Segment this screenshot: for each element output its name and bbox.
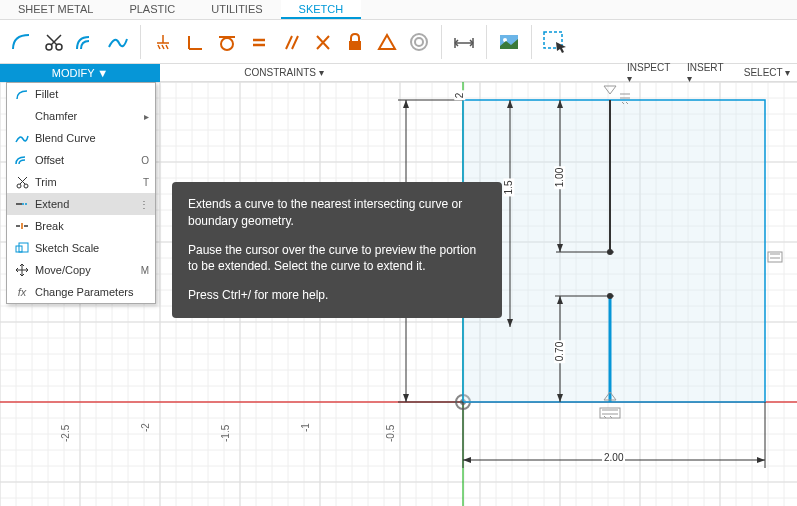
- ruler-num: -0.5: [385, 425, 396, 442]
- menu-key: O: [141, 155, 149, 166]
- svg-rect-3: [349, 41, 361, 50]
- menu-offset[interactable]: Offset O: [7, 149, 155, 171]
- tooltip-line: Pause the cursor over the curve to previ…: [188, 242, 486, 276]
- ruler-num: -2: [140, 423, 151, 432]
- lock-icon[interactable]: [341, 25, 369, 59]
- perpendicular-icon[interactable]: [181, 25, 209, 59]
- fx-icon: fx: [13, 284, 31, 300]
- menu-extend[interactable]: Extend ⋮: [7, 193, 155, 215]
- menu-key: T: [143, 177, 149, 188]
- menu-label: Sketch Scale: [35, 242, 149, 254]
- offset-menu-icon: [13, 152, 31, 168]
- tabbar: SHEET METAL PLASTIC UTILITIES SKETCH: [0, 0, 797, 20]
- menu-label: Fillet: [35, 88, 149, 100]
- break-icon: [13, 218, 31, 234]
- menu-label: Move/Copy: [35, 264, 141, 276]
- menu-fillet[interactable]: Fillet: [7, 83, 155, 105]
- blend-icon: [13, 130, 31, 146]
- chamfer-icon: [13, 108, 31, 124]
- toolbar: [0, 20, 797, 64]
- trim-icon: [13, 174, 31, 190]
- tab-utilities[interactable]: UTILITIES: [193, 0, 280, 19]
- menu-break[interactable]: Break: [7, 215, 155, 237]
- menu-move-copy[interactable]: Move/Copy M: [7, 259, 155, 281]
- modify-menu: Fillet Chamfer ▸ Blend Curve Offset O Tr…: [6, 82, 156, 304]
- arc-icon[interactable]: [8, 25, 36, 59]
- insert-icon[interactable]: [497, 28, 521, 56]
- menu-key: M: [141, 265, 149, 276]
- submenu-arrow-icon: ▸: [144, 111, 149, 122]
- offset-icon[interactable]: [72, 25, 100, 59]
- move-icon: [13, 262, 31, 278]
- menu-change-parameters[interactable]: fx Change Parameters: [7, 281, 155, 303]
- ruler-num: -1.5: [220, 425, 231, 442]
- ruler-num: -1: [300, 423, 311, 432]
- insert-dropdown[interactable]: INSERT ▾: [681, 64, 737, 81]
- tab-sketch[interactable]: SKETCH: [281, 0, 362, 19]
- dim-height-1-00: 1.00: [554, 166, 565, 189]
- inspect-icon[interactable]: [452, 28, 476, 56]
- tangent-icon[interactable]: [213, 25, 241, 59]
- menu-label: Extend: [35, 198, 139, 210]
- parallel-icon[interactable]: [277, 25, 305, 59]
- menu-label: Break: [35, 220, 149, 232]
- dim-height-1-5: 1.5: [503, 179, 514, 197]
- coincident-icon[interactable]: [309, 25, 337, 59]
- menu-sketch-scale[interactable]: Sketch Scale: [7, 237, 155, 259]
- dim-height-0-70: 0.70: [554, 340, 565, 363]
- menu-blend-curve[interactable]: Blend Curve: [7, 127, 155, 149]
- select-dropdown[interactable]: SELECT ▾: [737, 64, 797, 81]
- constraints-dropdown[interactable]: CONSTRAINTS ▾: [160, 64, 408, 81]
- menu-more-icon: ⋮: [139, 199, 149, 210]
- svg-point-127: [24, 184, 28, 188]
- ruler-num: -2.5: [60, 425, 71, 442]
- concentric-icon[interactable]: [405, 25, 433, 59]
- inspect-dropdown[interactable]: INSPECT ▾: [621, 64, 681, 81]
- svg-point-126: [17, 184, 21, 188]
- menu-label: Offset: [35, 154, 141, 166]
- tab-sheet-metal[interactable]: SHEET METAL: [0, 0, 111, 19]
- scissors-icon[interactable]: [40, 25, 68, 59]
- svg-point-4: [411, 34, 427, 50]
- svg-point-5: [415, 38, 423, 46]
- menu-trim[interactable]: Trim T: [7, 171, 155, 193]
- menu-label: Change Parameters: [35, 286, 149, 298]
- fillet-icon: [13, 86, 31, 102]
- scale-icon: [13, 240, 31, 256]
- modify-dropdown[interactable]: MODIFY ▼: [0, 64, 160, 82]
- spline-icon[interactable]: [104, 25, 132, 59]
- menu-label: Blend Curve: [35, 132, 149, 144]
- svg-point-2: [221, 38, 233, 50]
- equal-icon[interactable]: [245, 25, 273, 59]
- svg-rect-134: [19, 243, 28, 252]
- tab-plastic[interactable]: PLASTIC: [111, 0, 193, 19]
- symmetric-icon[interactable]: [373, 25, 401, 59]
- menu-label: Chamfer: [35, 110, 144, 122]
- dim-width-2: 2: [454, 91, 465, 101]
- dim-width-2-00: 2.00: [602, 452, 625, 463]
- ground-icon[interactable]: [149, 25, 177, 59]
- tooltip-line: Extends a curve to the nearest intersect…: [188, 196, 486, 230]
- extend-icon: [13, 196, 31, 212]
- menu-chamfer[interactable]: Chamfer ▸: [7, 105, 155, 127]
- select-icon[interactable]: [542, 28, 568, 56]
- tooltip-line: Press Ctrl+/ for more help.: [188, 287, 486, 304]
- extend-tooltip: Extends a curve to the nearest intersect…: [172, 182, 502, 318]
- menu-label: Trim: [35, 176, 143, 188]
- svg-rect-107: [463, 100, 765, 402]
